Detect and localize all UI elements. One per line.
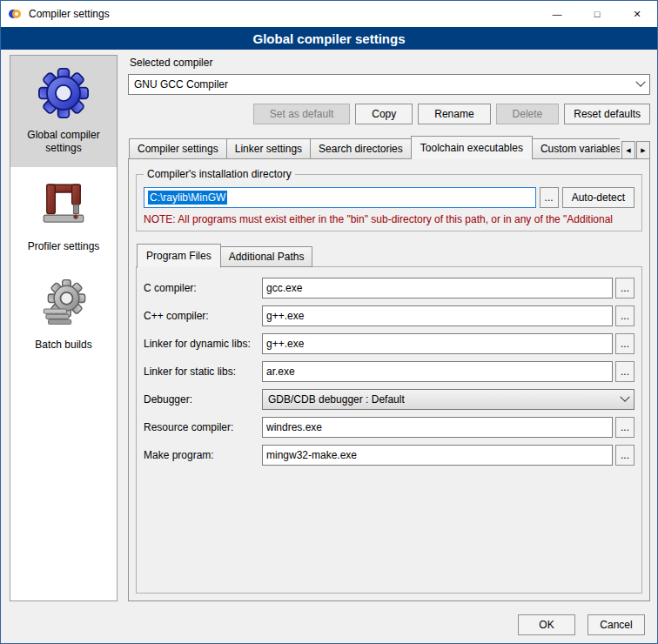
app-icon	[8, 6, 24, 22]
installation-directory-value: C:\raylib\MinGW	[148, 191, 227, 205]
debugger-value: GDB/CDB debugger : Default	[268, 393, 405, 406]
selected-compiler-label: Selected compiler	[130, 57, 648, 69]
main-tabs: Compiler settings Linker settings Search…	[129, 136, 620, 159]
sidebar-item-label: Profiler settings	[28, 240, 100, 253]
tab-additional-paths[interactable]: Additional Paths	[220, 246, 313, 267]
dialog-header-text: Global compiler settings	[252, 31, 405, 46]
c-compiler-input[interactable]: gcc.exe	[262, 278, 613, 299]
chevron-down-icon	[620, 392, 629, 402]
tab-scroll-right-button[interactable]: ▶	[636, 141, 650, 159]
installation-directory-row: C:\raylib\MinGW ... Auto-detect	[144, 187, 634, 208]
field-row-static-linker: Linker for static libs: ar.exe ...	[144, 361, 634, 382]
static-linker-input[interactable]: ar.exe	[262, 361, 613, 382]
installation-directory-input[interactable]: C:\raylib\MinGW	[144, 187, 536, 208]
auto-detect-button[interactable]: Auto-detect	[562, 187, 634, 208]
tab-scroll-left-button[interactable]: ◀	[621, 141, 635, 159]
make-program-browse-button[interactable]: ...	[615, 445, 634, 466]
resource-compiler-value: windres.exe	[266, 421, 322, 433]
tab-linker-settings[interactable]: Linker settings	[226, 138, 311, 159]
maximize-button[interactable]: □	[577, 1, 617, 27]
dynamic-linker-browse-button[interactable]: ...	[615, 333, 634, 354]
ok-button[interactable]: OK	[518, 614, 575, 635]
selected-compiler-value: GNU GCC Compiler	[134, 78, 228, 91]
field-row-debugger: Debugger: GDB/CDB debugger : Default	[144, 389, 634, 410]
field-row-dynamic-linker: Linker for dynamic libs: g++.exe ...	[144, 333, 634, 354]
inner-tabbar: Program Files Additional Paths	[136, 244, 642, 267]
close-button[interactable]: ✕	[617, 1, 657, 27]
cancel-button[interactable]: Cancel	[588, 614, 645, 635]
tab-custom-variables[interactable]: Custom variables	[532, 138, 620, 159]
installation-directory-browse-button[interactable]: ...	[540, 187, 559, 208]
make-program-label: Make program:	[144, 449, 262, 461]
cpp-compiler-label: C++ compiler:	[144, 310, 262, 322]
chevron-down-icon	[635, 77, 645, 87]
sidebar-item-label: Global compiler settings	[14, 129, 113, 155]
static-linker-browse-button[interactable]: ...	[615, 361, 634, 382]
static-linker-label: Linker for static libs:	[144, 366, 262, 378]
sidebar: Global compiler settings	[10, 55, 118, 601]
make-program-input[interactable]: mingw32-make.exe	[262, 445, 613, 466]
program-files-page: C compiler: gcc.exe ... C++ compiler: g+…	[136, 266, 642, 594]
dialog-body: Global compiler settings	[1, 50, 657, 607]
c-compiler-value: gcc.exe	[266, 282, 302, 294]
field-row-c-compiler: C compiler: gcc.exe ...	[144, 278, 634, 299]
c-compiler-label: C compiler:	[144, 282, 262, 294]
dynamic-linker-value: g++.exe	[266, 338, 304, 350]
copy-button[interactable]: Copy	[355, 104, 413, 124]
toolchain-executables-page: Compiler's installation directory C:\ray…	[128, 158, 650, 601]
titlebar: Compiler settings — □ ✕	[1, 1, 657, 27]
installation-directory-group: Compiler's installation directory C:\ray…	[136, 168, 642, 231]
resource-compiler-label: Resource compiler:	[144, 421, 262, 433]
field-row-cpp-compiler: C++ compiler: g++.exe ...	[144, 305, 634, 326]
c-compiler-browse-button[interactable]: ...	[615, 278, 634, 299]
resource-compiler-browse-button[interactable]: ...	[615, 417, 634, 438]
sidebar-item-profiler-settings[interactable]: Profiler settings	[10, 167, 117, 265]
set-as-default-button: Set as default	[253, 104, 350, 124]
window-title: Compiler settings	[29, 8, 110, 20]
sidebar-item-batch-builds[interactable]: Batch builds	[10, 265, 117, 364]
sidebar-item-global-compiler-settings[interactable]: Global compiler settings	[10, 56, 117, 167]
tab-program-files[interactable]: Program Files	[137, 244, 221, 268]
reset-defaults-button[interactable]: Reset defaults	[564, 104, 650, 124]
field-row-make-program: Make program: mingw32-make.exe ...	[144, 445, 634, 466]
tab-search-directories[interactable]: Search directories	[310, 138, 412, 159]
window-controls: — □ ✕	[537, 1, 657, 27]
tab-compiler-settings[interactable]: Compiler settings	[129, 138, 227, 159]
delete-button: Delete	[496, 104, 560, 124]
sidebar-item-label: Batch builds	[35, 339, 91, 352]
cpp-compiler-value: g++.exe	[266, 310, 304, 322]
field-row-resource-compiler: Resource compiler: windres.exe ...	[144, 417, 634, 438]
bin-subdirectory-note: NOTE: All programs must exist either in …	[144, 213, 634, 225]
debugger-label: Debugger:	[144, 393, 262, 406]
dialog-header: Global compiler settings	[1, 27, 657, 50]
compiler-buttons-row: Set as default Copy Rename Delete Reset …	[128, 104, 650, 124]
blue-gear-icon	[37, 66, 91, 120]
cpp-compiler-input[interactable]: g++.exe	[262, 305, 613, 326]
dialog-footer: OK Cancel	[1, 607, 657, 643]
resource-compiler-input[interactable]: windres.exe	[262, 417, 613, 438]
compiler-settings-window: Compiler settings — □ ✕ Global compiler …	[0, 0, 658, 644]
installation-directory-group-title: Compiler's installation directory	[144, 168, 295, 180]
cpp-compiler-browse-button[interactable]: ...	[615, 305, 634, 326]
tab-toolchain-executables[interactable]: Toolchain executables	[411, 136, 533, 159]
gray-gear-icon	[37, 276, 91, 330]
selected-compiler-select[interactable]: GNU GCC Compiler	[128, 74, 650, 95]
static-linker-value: ar.exe	[266, 366, 295, 378]
rename-button[interactable]: Rename	[418, 104, 490, 124]
make-program-value: mingw32-make.exe	[266, 449, 357, 461]
dynamic-linker-input[interactable]: g++.exe	[262, 333, 613, 354]
dynamic-linker-label: Linker for dynamic libs:	[144, 338, 262, 350]
minimize-button[interactable]: —	[537, 1, 577, 27]
main-tabbar: Compiler settings Linker settings Search…	[128, 136, 650, 159]
clamp-tool-icon	[37, 178, 91, 231]
debugger-select[interactable]: GDB/CDB debugger : Default	[262, 389, 634, 410]
tab-scroll-arrows: ◀ ▶	[621, 141, 650, 159]
main-panel: Selected compiler GNU GCC Compiler Set a…	[128, 55, 650, 601]
